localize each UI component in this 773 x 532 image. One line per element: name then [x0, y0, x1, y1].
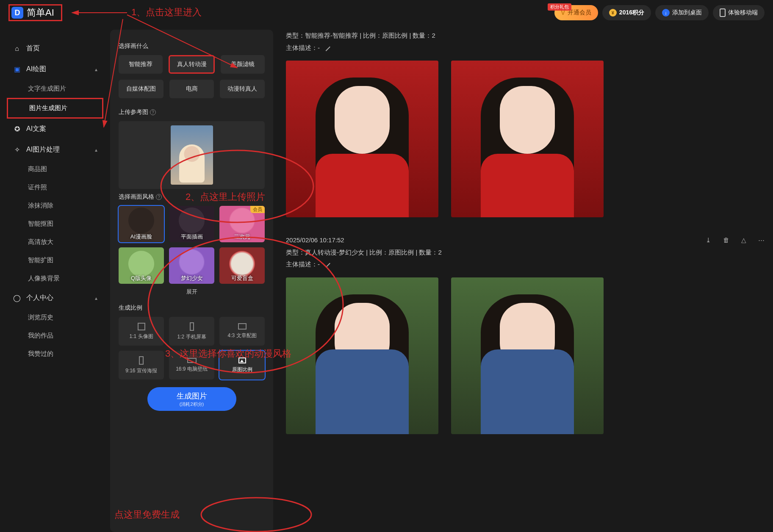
- section-title-style: 选择画面风格?: [119, 193, 265, 201]
- result-image[interactable]: [286, 61, 438, 217]
- cat-chip[interactable]: 电商: [169, 80, 214, 98]
- nav-proc-item[interactable]: 证件照: [7, 178, 103, 197]
- nav-proc-item[interactable]: 涂抹消除: [7, 197, 103, 215]
- download-icon: ↓: [662, 9, 670, 17]
- logo-icon: D: [11, 7, 23, 19]
- nav-img2img[interactable]: 图片生成图片: [7, 98, 103, 119]
- edit-icon[interactable]: [322, 43, 330, 51]
- sidebar: ⌂ 首页 ▣ AI绘图 ▴ 文字生成图片 图片生成图片 ✪ AI文案 ✧ AI图…: [0, 25, 110, 532]
- magic-icon: ✧: [13, 146, 21, 154]
- nav-home[interactable]: ⌂ 首页: [7, 38, 103, 59]
- coin-icon: ¥: [609, 9, 617, 17]
- cat-chip[interactable]: 自媒体配图: [119, 80, 163, 98]
- chevron-up-icon: ▴: [95, 295, 97, 301]
- result-meta: ⤓ 🗑 △ ⋯ 2025/02/06 10:17:52 类型：真人转动漫-梦幻少…: [286, 234, 765, 271]
- more-icon[interactable]: ⋯: [758, 234, 765, 247]
- result-block: ⤓ 🗑 △ ⋯ 2025/02/06 10:17:52 类型：真人转动漫-梦幻少…: [286, 234, 765, 434]
- gift-badge: 积分礼包: [548, 3, 571, 11]
- help-icon[interactable]: ?: [150, 109, 156, 115]
- download-icon[interactable]: ⤓: [706, 234, 711, 247]
- edit-icon[interactable]: [322, 259, 330, 268]
- section-title-what: 选择画什么: [119, 42, 265, 50]
- style-card[interactable]: 梦幻少女: [169, 247, 214, 284]
- result-image[interactable]: [451, 277, 604, 434]
- warn-icon[interactable]: △: [741, 234, 746, 247]
- ratio-card[interactable]: 9:16 宣传海报: [119, 351, 164, 380]
- delete-icon[interactable]: 🗑: [723, 234, 729, 247]
- expand-button[interactable]: 展开: [119, 284, 265, 300]
- style-card[interactable]: AI漫画脸: [119, 206, 164, 242]
- results-area: 类型：智能推荐-智能推荐 | 比例：原图比例 | 数量：2 主体描述：- ⤓ 🗑…: [277, 25, 773, 532]
- upload-thumbnail: [171, 125, 213, 185]
- ratio-card[interactable]: 1:1 头像图: [119, 317, 164, 346]
- cat-chip[interactable]: 动漫转真人: [220, 80, 265, 98]
- nav-pers-item[interactable]: 我的作品: [7, 327, 103, 345]
- nav-proc-item[interactable]: 智能扩图: [7, 251, 103, 269]
- user-icon: ◯: [13, 294, 21, 302]
- ratio-card[interactable]: 原图比例: [219, 351, 265, 380]
- cat-chip[interactable]: 真人转动漫: [169, 55, 215, 74]
- nav-proc-item[interactable]: 智能抠图: [7, 215, 103, 233]
- style-card[interactable]: 可爱盲盒: [219, 247, 265, 284]
- phone-icon: [720, 8, 726, 17]
- section-title-ratio: 生成比例: [119, 304, 265, 312]
- help-icon[interactable]: ?: [156, 194, 162, 200]
- ratio-card[interactable]: 4:3 文章配图: [219, 317, 265, 346]
- ratio-card[interactable]: 1:2 手机屏幕: [169, 317, 214, 346]
- section-title-upload: 上传参考图?: [119, 108, 265, 116]
- nav-ai-draw[interactable]: ▣ AI绘图 ▴: [7, 59, 103, 80]
- style-card[interactable]: 会员二次元: [219, 206, 265, 242]
- result-meta: 类型：智能推荐-智能推荐 | 比例：原图比例 | 数量：2 主体描述：-: [286, 30, 765, 54]
- nav-proc-item[interactable]: 高清放大: [7, 233, 103, 251]
- logo-text: 简单AI: [27, 6, 54, 19]
- chevron-up-icon: ▴: [95, 66, 97, 72]
- style-card[interactable]: 平面插画: [169, 206, 214, 242]
- result-block: 类型：智能推荐-智能推荐 | 比例：原图比例 | 数量：2 主体描述：-: [286, 30, 765, 217]
- generate-button[interactable]: 生成图片 (消耗2积分): [147, 387, 236, 411]
- chevron-up-icon: ▴: [95, 147, 97, 153]
- result-image[interactable]: [286, 277, 438, 434]
- points-pill[interactable]: ¥ 2016积分: [602, 5, 651, 20]
- nav-pers-item[interactable]: 我赞过的: [7, 345, 103, 363]
- logo[interactable]: D 简单AI: [8, 4, 62, 21]
- header: D 简单AI 积分礼包 V 开通会员 ¥ 2016积分 ↓ 添加到桌面 体验移动…: [0, 0, 773, 25]
- cat-chip[interactable]: 美颜滤镜: [221, 55, 265, 74]
- ratio-card[interactable]: 16:9 电脑壁纸: [169, 351, 214, 380]
- nav-proc-item[interactable]: 人像换背景: [7, 269, 103, 288]
- style-card[interactable]: Q版头像: [119, 247, 164, 284]
- ai-icon: ✪: [13, 125, 21, 133]
- home-icon: ⌂: [13, 45, 21, 53]
- nav-personal[interactable]: ◯ 个人中心 ▴: [7, 288, 103, 308]
- image-icon: ▣: [13, 65, 21, 73]
- result-image[interactable]: [451, 61, 604, 217]
- upload-zone[interactable]: [119, 121, 265, 189]
- try-mobile-button[interactable]: 体验移动端: [713, 5, 765, 20]
- nav-ai-process[interactable]: ✧ AI图片处理 ▴: [7, 139, 103, 160]
- add-desktop-button[interactable]: ↓ 添加到桌面: [655, 5, 709, 20]
- nav-text2img[interactable]: 文字生成图片: [7, 80, 103, 98]
- nav-pers-item[interactable]: 浏览历史: [7, 308, 103, 327]
- nav-ai-copy[interactable]: ✪ AI文案: [7, 119, 103, 139]
- control-panel: 选择画什么 智能推荐 真人转动漫 美颜滤镜 自媒体配图 电商 动漫转真人 上传参…: [110, 30, 273, 532]
- nav-proc-item[interactable]: 商品图: [7, 160, 103, 178]
- cat-chip[interactable]: 智能推荐: [119, 55, 163, 74]
